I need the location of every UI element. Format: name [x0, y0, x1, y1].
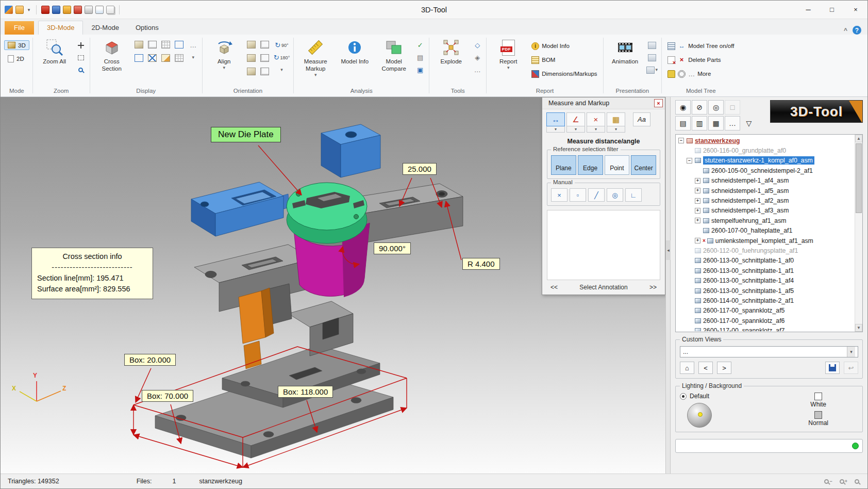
- tree-expander[interactable]: +: [695, 238, 700, 243]
- scroll-up-button[interactable]: ▲: [855, 135, 862, 142]
- orientation-more-button[interactable]: ▾: [273, 64, 291, 75]
- print-icon[interactable]: [85, 6, 93, 14]
- mode-3d-button[interactable]: 3D: [4, 40, 29, 50]
- view-iso-button[interactable]: [258, 66, 271, 77]
- light-position-dot[interactable]: [698, 412, 703, 417]
- view-right-button[interactable]: [258, 53, 271, 63]
- tree-item-label[interactable]: 2600-112-00_fuehrungsplatte_af1: [703, 247, 798, 254]
- tree-item[interactable]: 2600-113-00_schnittplatte-1_af0: [676, 256, 854, 266]
- check-geometry-button[interactable]: ✓: [414, 40, 426, 51]
- material-button[interactable]: ◈: [472, 52, 483, 63]
- lighting-default-radio[interactable]: Default: [680, 393, 712, 400]
- filter-center-button[interactable]: Center: [631, 155, 656, 175]
- maximize-button[interactable]: □: [820, 1, 844, 19]
- manual-square-button[interactable]: ▫: [570, 188, 586, 202]
- annotation-text-button[interactable]: Aa: [633, 112, 650, 126]
- dimension-label-box70[interactable]: Box: 70.000: [142, 390, 193, 402]
- minimize-button[interactable]: ─: [796, 1, 820, 19]
- tree-item-label[interactable]: 2600-117-00_spannklotz_af6: [703, 317, 784, 324]
- panel-splitter[interactable]: ◂: [665, 97, 671, 474]
- explode-button[interactable]: Explode: [432, 36, 470, 83]
- markup-note[interactable]: New Die Plate: [211, 127, 281, 142]
- display-sketch-button[interactable]: [159, 53, 172, 63]
- dimension-label-25[interactable]: 25.000: [403, 163, 437, 175]
- view-top-button[interactable]: [245, 66, 258, 77]
- tree-item[interactable]: 2600-116-00_grundplatte_af0: [676, 145, 854, 155]
- tree-item-label[interactable]: 2600-117-00_spannklotz_af7: [703, 327, 784, 331]
- dimension-label-angle[interactable]: 90.000°: [374, 242, 411, 254]
- tree-expander[interactable]: +: [695, 208, 700, 214]
- manual-line-button[interactable]: ╱: [588, 188, 605, 202]
- tools-more-button[interactable]: …: [472, 64, 483, 75]
- view-front-button[interactable]: [245, 39, 258, 50]
- tree-item[interactable]: 2600-113-00_schnittplatte-1_af5: [676, 286, 854, 296]
- tree-expander[interactable]: +: [695, 198, 700, 204]
- tree-item[interactable]: 2600-117-00_spannklotz_af7: [676, 325, 854, 331]
- light-direction-sphere[interactable]: [687, 403, 712, 428]
- tree-item-label[interactable]: schneidstempel-1_af3_asm: [711, 207, 789, 214]
- tab-3d-mode[interactable]: 3D-Mode: [38, 21, 83, 35]
- tree-item[interactable]: 2600-105-00_schneidstempel-2_af1: [676, 166, 854, 175]
- tab-file[interactable]: File: [5, 21, 34, 35]
- tree-item-label[interactable]: schneidstempel-1_af5_asm: [711, 187, 789, 194]
- tree-item-label[interactable]: 2600-107-00_halteplatte_af1: [711, 227, 792, 234]
- status-zoom-in-button[interactable]: +: [840, 479, 847, 484]
- ghost-mode-button[interactable]: □: [725, 100, 740, 115]
- tree-scrollbar[interactable]: ▲ ▼: [855, 135, 862, 332]
- tree-item-label[interactable]: schneidstempel-1_af4_asm: [711, 177, 789, 184]
- display-shaded-edges-button[interactable]: [146, 39, 159, 50]
- background-white-option[interactable]: White: [810, 393, 826, 408]
- measure-angle-dropdown[interactable]: ▾: [566, 126, 585, 133]
- cross-section-button[interactable]: Cross Section: [93, 36, 130, 83]
- filter-edge-button[interactable]: Edge: [578, 155, 603, 175]
- prev-annotation-button[interactable]: <<: [550, 284, 558, 291]
- tab-2d-mode[interactable]: 2D-Mode: [83, 21, 127, 35]
- dimension-label-box118[interactable]: Box: 118.000: [278, 386, 333, 398]
- tree-item[interactable]: +stempelfuehrung_af1_asm: [676, 216, 854, 225]
- tree-item[interactable]: 2600-114-00_schnittplatte-2_af1: [676, 296, 854, 305]
- zoom-all-button[interactable]: Zoom All: [36, 36, 73, 83]
- tree-expander[interactable]: +: [695, 218, 700, 223]
- save-view-button[interactable]: [825, 362, 840, 374]
- custom-views-combo[interactable]: ... ▾: [680, 346, 858, 357]
- default-view-button[interactable]: ⌂: [680, 362, 694, 374]
- tree-item-label[interactable]: stanzwerkzeug: [695, 137, 740, 144]
- measure-angle-button[interactable]: ∠: [566, 112, 585, 126]
- white-swatch-icon[interactable]: [814, 393, 822, 400]
- measure-distance-button[interactable]: ↔: [546, 112, 565, 126]
- pdf3d-icon[interactable]: [41, 6, 49, 14]
- tree-item-label[interactable]: 2600-113-00_schnittplatte-1_af0: [703, 257, 794, 264]
- scroll-thumb[interactable]: [856, 143, 862, 213]
- view-left-button[interactable]: [245, 53, 258, 63]
- stl-icon[interactable]: [63, 6, 71, 14]
- zoom-in-button[interactable]: [75, 64, 87, 75]
- rotate-90-button[interactable]: ↻90°: [273, 40, 291, 51]
- measure-panel-header[interactable]: Measure and Markup ×: [542, 97, 665, 109]
- report-bom-button[interactable]: BOM: [529, 54, 599, 66]
- tree-item-label[interactable]: 2600-105-00_schneidstempel-2_af1: [711, 167, 813, 174]
- tree-item-label[interactable]: 2600-114-00_schnittplatte-2_af1: [703, 297, 794, 304]
- restore-view-button[interactable]: ↩: [844, 362, 858, 374]
- tree-item[interactable]: −stutzen-stanzwerkz-1_kompl_af0_asm: [676, 156, 854, 166]
- filter-point-button[interactable]: Point: [605, 155, 630, 175]
- tree-item[interactable]: 2600-117-00_spannklotz_af5: [676, 306, 854, 316]
- model-tree-toggle-button[interactable]: ↔Model Tree on/off: [665, 40, 737, 52]
- manual-angle-button[interactable]: ∟: [625, 188, 642, 202]
- tree-expander[interactable]: +: [695, 188, 700, 193]
- status-zoom-fit-button[interactable]: [855, 479, 859, 484]
- tree-expander[interactable]: −: [687, 158, 692, 164]
- scroll-down-button[interactable]: ▼: [855, 324, 862, 332]
- view-back-button[interactable]: [258, 39, 271, 50]
- collapse-ribbon-button[interactable]: ^: [844, 27, 847, 34]
- prev-view-button[interactable]: <: [698, 362, 713, 374]
- save-image-button[interactable]: ▾: [646, 64, 659, 75]
- normal-swatch-icon[interactable]: [814, 411, 822, 419]
- tree-item[interactable]: +×umlenkstempel_komplett_af1_asm: [676, 236, 854, 246]
- help-button[interactable]: ?: [853, 26, 861, 35]
- show-parts-button[interactable]: ◉: [675, 100, 691, 115]
- center-selection-button[interactable]: ◎: [708, 100, 724, 115]
- display-hidden-line-button[interactable]: [159, 39, 172, 50]
- animation-bar[interactable]: [675, 439, 863, 453]
- delete-measure-dropdown[interactable]: ▾: [587, 126, 605, 133]
- delete-measure-button[interactable]: ×: [587, 112, 605, 126]
